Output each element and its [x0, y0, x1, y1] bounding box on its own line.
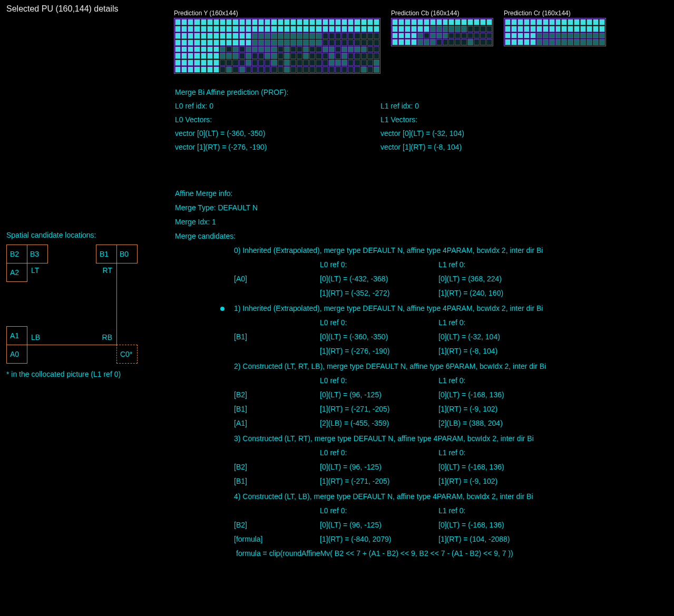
pixel	[430, 39, 436, 45]
pixel	[486, 33, 492, 39]
pixel	[226, 40, 232, 46]
pixel	[278, 33, 284, 39]
pixel	[303, 46, 309, 53]
pixel	[303, 19, 309, 25]
pixel	[207, 66, 213, 73]
pixel	[424, 33, 429, 39]
merge-candidate[interactable]: 4) Constructed (LT, LB), merge type DEFA…	[217, 490, 660, 561]
l0-ref-label: L0 ref 0:	[320, 374, 438, 388]
merge-type: Merge Type: DEFAULT N	[175, 201, 660, 215]
cell-main[interactable]: LT RT LB RB	[27, 263, 117, 345]
candidate-header: 1) Inherited (Extrapolated), merge type …	[234, 301, 543, 316]
pixel	[354, 26, 360, 32]
pixel	[361, 60, 367, 66]
merge-candidate[interactable]: 0) Inherited (Extrapolated), merge type …	[217, 243, 660, 300]
prediction-cb-grid[interactable]	[391, 18, 493, 46]
candidate-header: 3) Constructed (LT, RT), merge type DEFA…	[234, 432, 534, 446]
cell-a0[interactable]: A0	[6, 345, 27, 364]
pixel	[175, 19, 181, 25]
row-l0: [0](LT) = (96, -125)	[320, 388, 438, 402]
pixel	[405, 33, 411, 39]
pixel	[239, 60, 245, 66]
pixel	[284, 26, 290, 32]
pixel	[278, 19, 284, 25]
prediction-cr-grid[interactable]	[504, 18, 606, 46]
pixel	[290, 60, 296, 66]
pixel	[524, 26, 530, 32]
merge-candidate[interactable]: 3) Constructed (LT, RT), merge type DEFA…	[217, 432, 660, 488]
cell-b1[interactable]: B1	[96, 245, 117, 263]
pixel	[436, 39, 442, 45]
pixel	[424, 19, 429, 25]
prediction-cb: Prediction Cb (160x144)	[391, 9, 493, 74]
row-l0: [2](LB) = (-455, -359)	[320, 416, 438, 431]
merge-candidate[interactable]: 2) Constructed (LT, RT, LB), merge type …	[217, 359, 660, 431]
pixel	[486, 19, 492, 25]
pixel	[265, 33, 270, 39]
pixel	[316, 19, 321, 25]
pixel	[226, 33, 232, 39]
pixel	[405, 19, 411, 25]
cell-a2[interactable]: A2	[6, 263, 27, 282]
pixel	[354, 66, 360, 73]
page-title: Selected PU (160,144) details	[6, 4, 119, 14]
pixel	[335, 26, 341, 32]
pixel	[448, 39, 454, 45]
pixel	[517, 26, 523, 32]
pixel	[543, 33, 549, 39]
pixel	[593, 33, 599, 39]
prediction-y-grid[interactable]	[174, 18, 380, 74]
pixel	[511, 26, 517, 32]
pixel	[213, 33, 219, 39]
pixel	[480, 33, 486, 39]
pixel	[417, 26, 423, 32]
pixel	[258, 66, 264, 73]
pixel	[398, 39, 404, 45]
row-source: [A0]	[234, 272, 320, 286]
pixel	[194, 33, 200, 39]
pixel	[201, 66, 207, 73]
cell-b0[interactable]: B0	[116, 245, 138, 263]
pixel	[207, 60, 213, 66]
pixel	[555, 26, 561, 32]
merge-candidate[interactable]: 1) Inherited (Extrapolated), merge type …	[217, 301, 660, 358]
row-l0: [1](RT) = (-276, -190)	[320, 344, 438, 358]
pixel	[194, 46, 200, 53]
cell-a1[interactable]: A1	[6, 326, 27, 345]
pixel	[194, 53, 200, 59]
pixel	[323, 26, 328, 32]
pixel	[486, 39, 492, 45]
row-l0: [1](RT) = (-352, -272)	[320, 286, 438, 300]
pixel	[417, 39, 423, 45]
pixel	[543, 19, 549, 25]
prediction-blocks: Prediction Y (160x144) Prediction Cb (16…	[174, 9, 606, 74]
l0-ref-label: L0 ref 0:	[320, 504, 438, 518]
pixel	[568, 39, 573, 45]
pixel	[297, 66, 302, 73]
pixel	[323, 66, 328, 73]
pixel	[505, 19, 511, 25]
prediction-info: Merge Bi Affine prediction (PROF): L0 re…	[175, 85, 591, 154]
pixel	[341, 46, 347, 53]
cell-b2[interactable]: B2	[6, 245, 27, 263]
pixel	[374, 19, 379, 25]
row-source: [B2]	[234, 460, 320, 474]
cell-b3[interactable]: B3	[27, 245, 48, 263]
cell-c0[interactable]: C0*	[116, 345, 138, 364]
pixel	[290, 19, 296, 25]
pixel	[309, 66, 315, 73]
pixel	[580, 19, 586, 25]
pixel	[271, 26, 277, 32]
pixel	[505, 33, 511, 39]
pixel	[309, 19, 315, 25]
row-l1: [0](LT) = (-168, 136)	[438, 518, 504, 532]
pixel	[486, 26, 492, 32]
prediction-y: Prediction Y (160x144)	[174, 9, 380, 74]
pixel	[271, 19, 277, 25]
row-l0: [0](LT) = (-432, -368)	[320, 272, 438, 286]
pixel	[246, 46, 251, 53]
pixel	[181, 60, 187, 66]
pixel	[448, 26, 454, 32]
pixel	[341, 53, 347, 59]
pixel	[443, 19, 448, 25]
